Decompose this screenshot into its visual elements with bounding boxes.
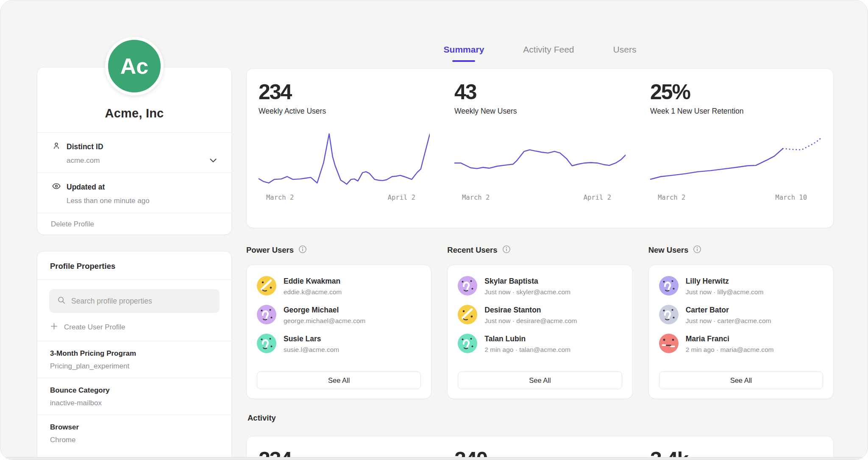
- stat-value: 234: [259, 81, 430, 103]
- company-avatar: Ac: [105, 37, 164, 95]
- user-sub: Just now · lilly@acme.com: [686, 288, 764, 296]
- section-title: Recent Users: [447, 245, 497, 255]
- updated-at-row: Updated at Less than one minute ago: [37, 173, 231, 213]
- info-icon[interactable]: [502, 245, 511, 255]
- stat-label: Week 1 New User Retention: [650, 107, 821, 116]
- user-name: Carter Bator: [686, 305, 771, 315]
- axis-tick: March 10: [775, 194, 807, 201]
- user-name: Lilly Herwitz: [686, 276, 764, 286]
- user-sections: Power Users Eddie Kwakman eddie.k@acme.c…: [246, 245, 834, 399]
- property-value: Chrome: [50, 436, 219, 444]
- tab-bar: Summary Activity Feed Users: [246, 45, 834, 62]
- page-frame: Ac Acme, Inc Distinct ID acme.com: [0, 0, 868, 460]
- see-all-button[interactable]: See All: [257, 371, 421, 389]
- avatar: [458, 276, 477, 296]
- stat-weekly-new-users: 43 Weekly New Users March 2 April 2: [454, 81, 626, 215]
- section-title: New Users: [648, 245, 689, 255]
- property-name: Bounce Category: [50, 386, 219, 395]
- info-icon[interactable]: [693, 245, 701, 255]
- distinct-id-row[interactable]: Distinct ID acme.com: [37, 132, 231, 173]
- axis-tick: March 2: [266, 194, 294, 201]
- user-sub: susie.l@acme.com: [284, 346, 339, 354]
- see-all-button[interactable]: See All: [458, 371, 622, 389]
- activity-card: 234 240 3.4k: [246, 436, 834, 460]
- avatar: [458, 305, 477, 324]
- property-name: Browser: [50, 423, 219, 432]
- user-card: Skylar Baptista Just now · skyler@acme.c…: [447, 265, 632, 399]
- eye-icon: [52, 181, 61, 192]
- search-icon: [57, 296, 66, 307]
- line-chart: [454, 131, 626, 187]
- user-row[interactable]: Carter Bator Just now · carter@acme.com: [659, 305, 823, 325]
- user-name: Skylar Baptista: [484, 276, 570, 286]
- user-row[interactable]: Desirae Stanton Just now · desirare@acme…: [458, 305, 622, 325]
- axis-tick: March 2: [462, 194, 490, 201]
- user-card: Eddie Kwakman eddie.k@acme.com George Mi…: [246, 265, 431, 399]
- section-recent-users: Recent Users Skylar Baptista Just now · …: [447, 245, 632, 399]
- search-box[interactable]: [49, 289, 220, 313]
- field-label: Updated at: [67, 183, 105, 192]
- user-row[interactable]: Talan Lubin 2 min ago · talan@acme.com: [458, 334, 622, 354]
- active-tab-underline: [452, 60, 475, 62]
- axis-tick: April 2: [584, 194, 611, 201]
- create-user-profile-button[interactable]: Create User Profile: [50, 322, 220, 332]
- user-row[interactable]: Susie Lars susie.l@acme.com: [257, 334, 421, 354]
- tab-summary[interactable]: Summary: [444, 45, 484, 62]
- tab-users[interactable]: Users: [613, 45, 637, 62]
- stats-card: 234 Weekly Active Users March 2 April 2 …: [246, 68, 834, 228]
- property-row[interactable]: Browser Chrome: [37, 415, 231, 452]
- info-icon[interactable]: [298, 245, 307, 255]
- avatar: [458, 334, 477, 353]
- user-sub: george.michael@acme.com: [284, 317, 365, 325]
- avatar: [659, 305, 679, 324]
- field-value: acme.com: [67, 156, 217, 165]
- user-row[interactable]: Lilly Herwitz Just now · lilly@acme.com: [659, 276, 823, 296]
- stat-weekly-active-users: 234 Weekly Active Users March 2 April 2: [259, 81, 430, 215]
- avatar: [257, 305, 276, 324]
- user-sub: Just now · carter@acme.com: [686, 317, 771, 325]
- tab-activity-feed[interactable]: Activity Feed: [523, 45, 574, 62]
- profile-properties-title: Profile Properties: [37, 251, 231, 280]
- person-icon: [52, 141, 61, 152]
- avatar: [257, 334, 276, 353]
- user-row[interactable]: Eddie Kwakman eddie.k@acme.com: [257, 276, 421, 296]
- user-name: Maria Franci: [686, 334, 774, 343]
- user-name: Talan Lubin: [484, 334, 570, 343]
- axis-tick: April 2: [388, 194, 415, 201]
- property-name: 3-Month Pricing Program: [50, 349, 219, 358]
- user-row[interactable]: Maria Franci 2 min ago · maria@acme.com: [659, 334, 823, 354]
- user-sub: Just now · desirare@acme.com: [484, 317, 577, 325]
- avatar: [257, 276, 276, 296]
- property-row[interactable]: Bounce Category inactive-mailbox: [37, 378, 231, 415]
- user-sub: Just now · skyler@acme.com: [484, 288, 570, 296]
- search-input[interactable]: [71, 297, 212, 306]
- user-name: Desirae Stanton: [484, 305, 577, 315]
- user-row[interactable]: Skylar Baptista Just now · skyler@acme.c…: [458, 276, 622, 296]
- section-title: Power Users: [246, 245, 294, 255]
- property-value: inactive-mailbox: [50, 399, 219, 407]
- axis-tick: March 2: [658, 194, 685, 201]
- activity-title: Activity: [248, 413, 276, 423]
- line-chart: [259, 131, 430, 187]
- section-power-users: Power Users Eddie Kwakman eddie.k@acme.c…: [246, 245, 431, 399]
- bottom-edge: [0, 457, 868, 460]
- property-value: Pricing_plan_experiment: [50, 362, 219, 371]
- user-card: Lilly Herwitz Just now · lilly@acme.com …: [648, 265, 834, 399]
- delete-profile-button[interactable]: Delete Profile: [37, 213, 231, 235]
- user-sub: 2 min ago · maria@acme.com: [686, 346, 774, 354]
- field-label: Distinct ID: [67, 142, 103, 151]
- user-row[interactable]: George Michael george.michael@acme.com: [257, 305, 421, 325]
- stat-value: 43: [454, 81, 626, 103]
- stat-label: Weekly Active Users: [259, 107, 430, 116]
- field-value: Less than one minute ago: [67, 197, 217, 205]
- stat-week1-retention: 25% Week 1 New User Retention March 2 Ma…: [650, 81, 821, 215]
- section-new-users: New Users Lilly Herwitz Just now · lilly…: [648, 245, 834, 399]
- user-sub: 2 min ago · talan@acme.com: [484, 346, 570, 354]
- stat-label: Weekly New Users: [454, 107, 626, 116]
- chevron-down-icon[interactable]: [208, 155, 219, 167]
- property-row[interactable]: 3-Month Pricing Program Pricing_plan_exp…: [37, 341, 231, 378]
- user-name: Susie Lars: [284, 334, 339, 343]
- plus-icon: [50, 322, 58, 332]
- see-all-button[interactable]: See All: [659, 371, 823, 389]
- avatar: [659, 276, 679, 296]
